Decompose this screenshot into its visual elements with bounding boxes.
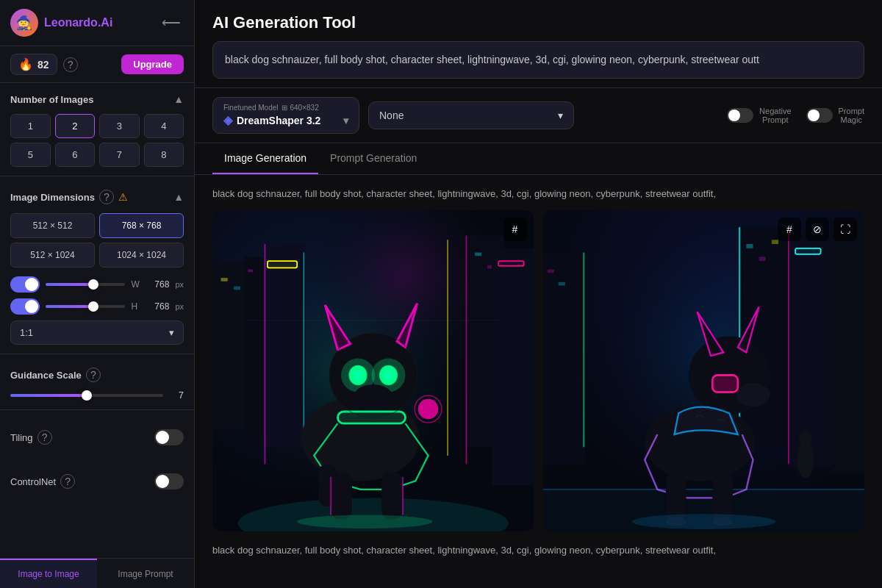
- height-label: H: [131, 301, 141, 312]
- image-2-grid-icon[interactable]: #: [778, 218, 801, 241]
- dog-image-1-svg: [212, 210, 534, 532]
- model-row: Finetuned Model ⊞ 640×832 ◈ DreamShaper …: [195, 88, 882, 143]
- svg-rect-80: [665, 472, 686, 521]
- image-2-slash-icon[interactable]: ⊘: [806, 218, 829, 241]
- height-slider-row: H 768 px: [10, 298, 184, 315]
- warning-icon: ⚠: [118, 191, 128, 203]
- svg-rect-79: [714, 376, 736, 390]
- tab-image-prompt-label: Image Prompt: [118, 569, 173, 579]
- width-track[interactable]: [46, 283, 125, 286]
- resolution-icon: ⊞: [282, 104, 287, 112]
- negative-prompt-group: Negative Prompt: [727, 107, 791, 124]
- image-dimensions-toggle[interactable]: ▲: [173, 191, 184, 203]
- num-btn-3[interactable]: 3: [99, 114, 140, 138]
- aspect-ratio-select[interactable]: 1:1 ▾: [10, 320, 184, 345]
- number-of-images-grid: 1 2 3 4 5 6 7 8: [10, 114, 184, 167]
- tiling-help-icon[interactable]: ?: [37, 430, 52, 445]
- tiling-label: Tiling: [10, 432, 33, 443]
- prompt-magic-group: Prompt Magic: [806, 107, 864, 124]
- svg-rect-4: [221, 278, 228, 282]
- prompt-magic-label: Prompt Magic: [839, 107, 864, 124]
- controlnet-toggle[interactable]: [154, 473, 184, 490]
- credits-icon: 🔥: [18, 57, 33, 71]
- dim-512x512[interactable]: 512 × 512: [10, 213, 95, 238]
- height-track[interactable]: [46, 305, 125, 308]
- logo-area: 🧙 Leonardo.Ai: [10, 9, 112, 37]
- number-of-images-title: Number of Images: [10, 94, 93, 105]
- image-1-grid-icon[interactable]: #: [503, 218, 527, 241]
- controlnet-help-icon[interactable]: ?: [60, 474, 75, 489]
- number-of-images-toggle[interactable]: ▲: [173, 93, 184, 105]
- width-toggle[interactable]: [10, 276, 40, 293]
- controlnet-label: ControlNet: [10, 476, 56, 487]
- aspect-ratio-value: 1:1: [20, 327, 33, 338]
- dim-1024x1024[interactable]: 1024 × 1024: [99, 243, 184, 268]
- sidebar-collapse-button[interactable]: ⟵: [159, 12, 184, 34]
- model-chevron-icon: ▾: [343, 115, 348, 126]
- model-label: Finetuned Model ⊞ 640×832: [223, 104, 348, 112]
- num-btn-4[interactable]: 4: [144, 114, 184, 138]
- num-btn-2[interactable]: 2: [55, 114, 96, 138]
- svg-rect-14: [492, 248, 534, 484]
- guidance-scale-help[interactable]: ?: [86, 368, 101, 382]
- bottom-tabs: Image to Image Image Prompt: [0, 558, 194, 588]
- svg-rect-60: [831, 218, 864, 472]
- tab-image-prompt[interactable]: Image Prompt: [97, 559, 194, 588]
- svg-rect-8: [263, 244, 306, 447]
- guidance-slider-row: 7: [10, 390, 184, 401]
- image-card-2-inner: [543, 210, 865, 532]
- guidance-track[interactable]: [10, 394, 163, 397]
- generation-prompt-text: black dog schnauzer, full body shot, cha…: [212, 187, 864, 201]
- height-toggle[interactable]: [10, 298, 40, 315]
- svg-rect-55: [759, 257, 765, 261]
- image-dimensions-help[interactable]: ?: [99, 190, 114, 204]
- num-btn-5[interactable]: 5: [10, 143, 51, 167]
- credits-amount: 82: [37, 59, 49, 71]
- style-select[interactable]: None ▾: [368, 101, 574, 129]
- help-icon[interactable]: ?: [63, 57, 78, 72]
- num-btn-8[interactable]: 8: [144, 143, 184, 167]
- tab-image-generation[interactable]: Image Generation: [212, 143, 318, 174]
- guidance-value: 7: [169, 390, 184, 401]
- image-2-expand-icon[interactable]: ⛶: [833, 218, 857, 241]
- upgrade-button[interactable]: Upgrade: [121, 54, 184, 74]
- prompt-input[interactable]: black dog schnauzer, full body shot, cha…: [212, 41, 864, 79]
- dim-512x1024[interactable]: 512 × 1024: [10, 243, 95, 268]
- svg-rect-3: [212, 261, 246, 430]
- model-select-button[interactable]: Finetuned Model ⊞ 640×832 ◈ DreamShaper …: [212, 97, 359, 134]
- width-label: W: [131, 279, 141, 290]
- tiling-section: Tiling ?: [0, 413, 194, 457]
- dim-768x768[interactable]: 768 × 768: [99, 213, 184, 238]
- tab-image-to-image[interactable]: Image to Image: [0, 559, 97, 588]
- aspect-chevron-icon: ▾: [169, 327, 174, 338]
- svg-point-72: [736, 382, 770, 406]
- image-dimensions-title: Image Dimensions: [10, 192, 95, 203]
- guidance-scale-section: Guidance Scale ? 7: [0, 357, 194, 406]
- svg-rect-62: [547, 269, 553, 273]
- image-dimensions-section: Image Dimensions ? ⚠ ▲ 512 × 512 768 × 7…: [0, 179, 194, 351]
- svg-point-87: [631, 514, 775, 529]
- number-of-images-section: Number of Images ▲ 1 2 3 4 5 6 7 8: [0, 83, 194, 173]
- logo-name-main: Leonardo: [44, 16, 98, 29]
- tiling-toggle[interactable]: [154, 429, 184, 445]
- tab-prompt-generation[interactable]: Prompt Generation: [318, 143, 429, 174]
- num-btn-1[interactable]: 1: [10, 114, 51, 138]
- dog-image-2-svg: [543, 210, 865, 532]
- image-card-2: # ⊘ ⛶: [543, 210, 865, 532]
- svg-rect-7: [248, 269, 253, 271]
- image-card-1: #: [212, 210, 534, 532]
- controlnet-label-group: ControlNet ?: [10, 474, 75, 489]
- prompt-magic-toggle[interactable]: [806, 108, 833, 123]
- svg-rect-63: [558, 282, 564, 285]
- logo-avatar: 🧙: [10, 9, 38, 37]
- svg-point-85: [797, 441, 814, 478]
- num-btn-7[interactable]: 7: [99, 143, 140, 167]
- width-px: px: [175, 280, 184, 289]
- svg-point-39: [353, 384, 393, 412]
- image-1-overlay: #: [503, 218, 527, 241]
- negative-prompt-toggle[interactable]: [727, 108, 753, 123]
- logo-name-suffix: .Ai: [98, 16, 112, 29]
- style-chevron-icon: ▾: [558, 110, 563, 121]
- num-btn-6[interactable]: 6: [55, 143, 96, 167]
- svg-rect-59: [795, 248, 821, 254]
